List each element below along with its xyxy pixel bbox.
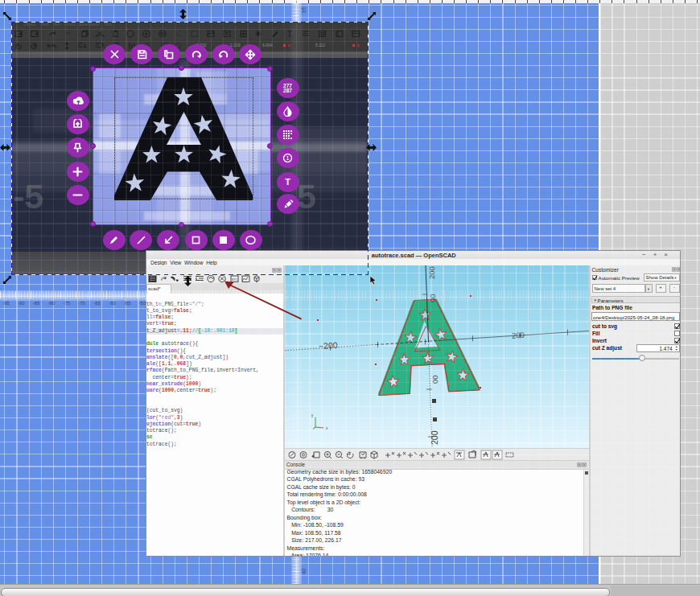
svg-text:200: 200 xyxy=(430,430,439,445)
svg-text:−200: −200 xyxy=(318,340,338,351)
svg-text:200: 200 xyxy=(427,266,436,279)
svg-text:x: x xyxy=(326,426,328,430)
svg-text:200: 200 xyxy=(511,331,525,340)
svg-text:1: 1 xyxy=(286,154,290,162)
svg-text:y: y xyxy=(311,413,314,417)
svg-text:00: 00 xyxy=(430,375,439,384)
